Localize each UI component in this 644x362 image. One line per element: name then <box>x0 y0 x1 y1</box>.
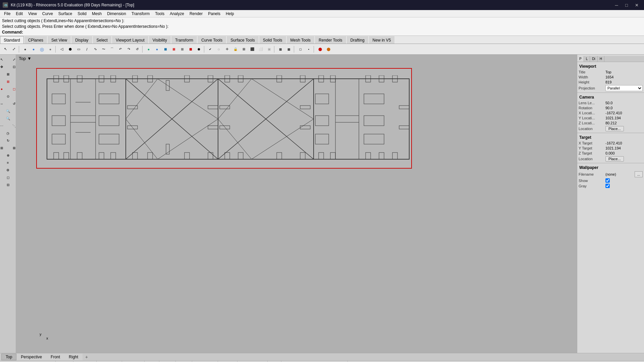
target-place-button[interactable]: Place... <box>605 156 624 162</box>
left-tool-grip2[interactable]: ⊞ <box>8 144 16 151</box>
tool-undo[interactable]: ↶ <box>116 45 124 53</box>
filter-status[interactable]: Filter <box>268 361 281 362</box>
left-tool-hist[interactable]: ◻ <box>2 174 14 181</box>
menu-item-surface[interactable]: Surface <box>56 11 75 17</box>
left-tool-zoom3[interactable]: 🔍 <box>2 115 14 122</box>
cplane-status[interactable]: CPlane x -1560.71 y 1176.69 <box>2 361 56 362</box>
toolbar-tab-standard[interactable]: Standard <box>0 36 24 44</box>
tool-surface5[interactable]: ⬟ <box>195 45 203 53</box>
menu-item-view[interactable]: View <box>25 11 40 17</box>
units-status[interactable]: Millimeters <box>73 361 97 362</box>
tool-surface4[interactable]: ◼ <box>186 45 195 53</box>
smarttrack-status[interactable]: SmartTrack <box>192 361 218 362</box>
left-tool-snap2[interactable]: ⊕ <box>2 152 14 159</box>
viewport-tab-top[interactable]: Top <box>1 354 16 360</box>
left-tool-zoom-ext[interactable]: ⊠ <box>2 71 14 77</box>
left-tool-arrow[interactable]: ↖ <box>0 56 8 63</box>
tool-select[interactable]: ↖ <box>1 45 9 53</box>
left-tool-rotate2[interactable]: ↻ <box>2 137 14 144</box>
left-tool-zoom[interactable]: ⊡ <box>8 63 16 70</box>
left-tool-block[interactable]: ⊟ <box>2 181 14 188</box>
left-tool-layer[interactable]: ≡ <box>2 159 14 166</box>
left-tool-move[interactable]: ↔ <box>0 100 8 107</box>
close-button[interactable]: ✕ <box>632 1 641 9</box>
menu-item-dimension[interactable]: Dimension <box>104 11 129 17</box>
tool-display2[interactable]: ▩ <box>285 45 293 53</box>
toolbar-tab-cplanes[interactable]: CPlanes <box>24 36 47 44</box>
menu-item-panels[interactable]: Panels <box>205 11 223 17</box>
tool-rec2[interactable]: ⬤ <box>324 45 332 53</box>
menu-item-curve[interactable]: Curve <box>40 11 56 17</box>
tool-shade[interactable]: ▪ <box>305 45 313 53</box>
minimize-button[interactable]: ─ <box>612 1 621 9</box>
left-tool-rotate[interactable]: ↺ <box>8 100 16 107</box>
left-tool-arrow2[interactable]: ⤢ <box>8 56 16 63</box>
maximize-button[interactable]: □ <box>622 1 631 9</box>
tool-select2[interactable]: ⤢ <box>10 45 18 53</box>
tool-display1[interactable]: ▦ <box>276 45 284 53</box>
left-tool-zoom2[interactable]: 🔍 <box>2 108 14 114</box>
menu-item-help[interactable]: Help <box>223 11 237 17</box>
tool-render3[interactable]: ▣ <box>265 45 273 53</box>
tool-surface3[interactable]: ◼ <box>178 45 186 53</box>
toolbar-tab-set-view[interactable]: Set View <box>48 36 71 44</box>
left-tool-r2[interactable]: ◻ <box>8 85 16 92</box>
menu-item-transform[interactable]: Transform <box>129 11 152 17</box>
browse-button[interactable]: ... <box>635 171 643 177</box>
menu-item-render[interactable]: Render <box>187 11 205 17</box>
viewport-dropdown-arrow[interactable]: ▼ <box>27 56 32 61</box>
left-tool-dot[interactable]: ⊙ <box>2 93 14 100</box>
toolbar-tab-viewport-layout[interactable]: Viewport Layout <box>112 36 148 44</box>
recordhistory-status[interactable]: Record History <box>237 361 268 362</box>
tool-lock[interactable]: 🔒 <box>231 45 239 53</box>
tool-redo[interactable]: ↷ <box>125 45 133 53</box>
show-checkbox[interactable] <box>605 178 610 183</box>
panel-tab-l[interactable]: L <box>584 56 590 62</box>
layer-status[interactable]: Layer 01 <box>97 361 122 362</box>
ortho-status[interactable]: Ortho <box>145 361 160 362</box>
toolbar-tab-curve-tools[interactable]: Curve Tools <box>198 36 226 44</box>
tool-arrow1[interactable]: ◁ <box>58 45 66 53</box>
left-tool-ext[interactable]: ⋯ <box>0 122 8 129</box>
tool-grid[interactable]: ⊞ <box>240 45 248 53</box>
viewport-container[interactable]: Top ▼ <box>16 55 577 353</box>
toolbar-tab-mesh-tools[interactable]: Mesh Tools <box>287 36 314 44</box>
viewport-projection-select[interactable]: Parallel Perspective <box>605 85 643 91</box>
tool-curve3[interactable]: ⌒ <box>108 45 116 53</box>
panel-tab-di[interactable]: Di <box>590 56 597 62</box>
osnap-status[interactable]: Osnap <box>176 361 192 362</box>
tool-dot1[interactable]: ● <box>21 45 29 53</box>
panel-tab-h[interactable]: H <box>598 56 604 62</box>
tool-check1[interactable]: ✔ <box>206 45 214 53</box>
tool-circle1[interactable]: ○ <box>215 45 223 53</box>
tool-sphere2[interactable]: ● <box>153 45 161 53</box>
gumball-status[interactable]: Gumball <box>218 361 237 362</box>
toolbar-tab-surface-tools[interactable]: Surface Tools <box>227 36 259 44</box>
left-tool-clock[interactable]: ◷ <box>2 130 14 136</box>
tool-dot2[interactable]: ● <box>30 45 38 53</box>
menu-item-analyze[interactable]: Analyze <box>167 11 187 17</box>
left-tool-r1[interactable]: ● <box>0 85 8 92</box>
left-tool-prop[interactable]: ⚙ <box>2 167 14 173</box>
tool-extra1[interactable]: ↺ <box>133 45 141 53</box>
tool-dot5[interactable]: ⬤ <box>66 45 74 53</box>
tool-rec1[interactable]: ⬤ <box>316 45 324 53</box>
toolbar-tab-visibility[interactable]: Visibility <box>149 36 171 44</box>
viewport-tab-front[interactable]: Front <box>46 354 64 360</box>
viewport-tab-right[interactable]: Right <box>64 354 83 360</box>
viewport-tab-perspective[interactable]: Perspective <box>16 354 46 360</box>
tool-wireframe[interactable]: ◻ <box>296 45 304 53</box>
tool-snap[interactable]: ✛ <box>223 45 231 53</box>
memory-status[interactable]: Available physical memory: 1080 MB <box>281 361 347 362</box>
menu-item-mesh[interactable]: Mesh <box>89 11 104 17</box>
menu-item-edit[interactable]: Edit <box>13 11 25 17</box>
toolbar-tab-new-in-v5[interactable]: New in V5 <box>369 36 395 44</box>
tool-dot4[interactable]: ● <box>46 45 54 53</box>
toolbar-tab-select[interactable]: Select <box>93 36 111 44</box>
tool-rect1[interactable]: ▭ <box>74 45 83 53</box>
left-tool-ext2[interactable]: ⋱ <box>8 122 16 129</box>
tool-surface2[interactable]: ◼ <box>170 45 178 53</box>
menu-item-solid[interactable]: Solid <box>75 11 89 17</box>
tool-sphere[interactable]: ● <box>145 45 153 53</box>
toolbar-tab-display[interactable]: Display <box>71 36 92 44</box>
